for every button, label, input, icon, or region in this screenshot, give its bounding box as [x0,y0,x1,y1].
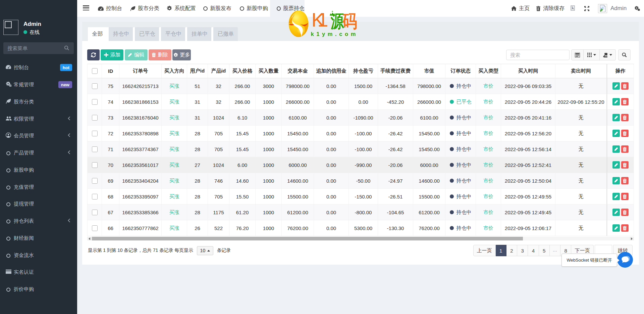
svg-text:K1: K1 [312,9,328,31]
svg-text:k1ym.com: k1ym.com [311,31,359,37]
svg-text:码: 码 [342,11,358,31]
